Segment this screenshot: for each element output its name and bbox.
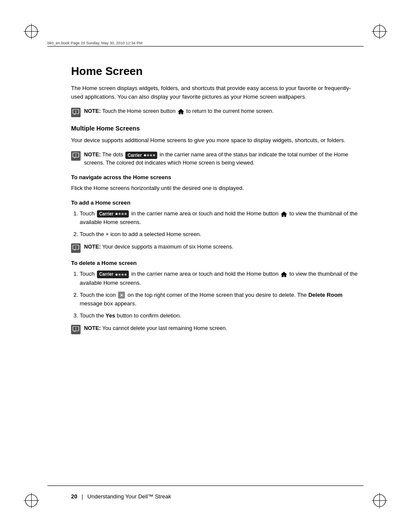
footer: 20 | Understanding Your Dell™ Streak (71, 493, 361, 500)
add-step-2: Touch the + icon to add a selected Home … (80, 230, 361, 239)
carrier-dots-note (144, 154, 155, 156)
home-icon-inline-1 (177, 108, 184, 115)
note-icon-1 (71, 108, 81, 117)
svg-point-18 (75, 154, 76, 155)
note-label-3: NOTE: (84, 244, 101, 250)
svg-point-22 (75, 246, 76, 247)
footer-page-number: 20 (71, 493, 77, 500)
svg-point-14 (75, 111, 76, 112)
note-label-4: NOTE: (84, 325, 101, 331)
footer-text: Understanding Your Dell™ Streak (87, 493, 171, 500)
sub-heading-delete: To delete a Home screen (71, 260, 361, 266)
delete-step-3-text: Touch the Yes button to confirm deletion… (80, 312, 181, 319)
x-icon-badge: ✕ (118, 292, 125, 299)
section-heading-1: Multiple Home Screens (71, 125, 361, 132)
delete-step-2: Touch the icon ✕ on the top right corner… (80, 291, 361, 308)
note-text-4: NOTE: You cannot delete your last remain… (84, 324, 227, 333)
header-meta: bk0_en.book Page 20 Sunday, May 30, 2010… (47, 41, 364, 45)
delete-step-1: Touch Carrier in the carrier name area o… (80, 270, 361, 287)
home-icon-del-1 (280, 271, 287, 278)
delete-step-2-text: Touch the icon ✕ on the top right corner… (80, 292, 342, 307)
footer-separator: | (81, 493, 83, 500)
delete-step-1-text: Touch Carrier in the carrier name area o… (80, 271, 358, 286)
page-title: Home Screen (71, 65, 361, 78)
page: bk0_en.book Page 20 Sunday, May 30, 2010… (0, 0, 411, 532)
section1-body: Your device supports additional Home scr… (71, 136, 361, 145)
carrier-dots-del-1 (115, 274, 127, 276)
delete-step-3: Touch the Yes button to confirm deletion… (80, 311, 361, 320)
add-steps-list: Touch Carrier in the carrier name area o… (80, 209, 361, 239)
corner-mark-bl (24, 493, 39, 508)
note-label-1: NOTE: (84, 108, 101, 114)
note-text-2: NOTE: The dots Carrier in the carrier na… (84, 151, 361, 167)
delete-steps-list: Touch Carrier in the carrier name area o… (80, 270, 361, 320)
rule-bottom (47, 485, 364, 486)
note-text-3: NOTE: Your device supports a maximum of … (84, 243, 234, 251)
svg-point-26 (75, 328, 76, 329)
add-step-1-text: Touch Carrier in the carrier name area o… (80, 210, 358, 225)
add-step-2-text: Touch the + icon to add a selected Home … (80, 231, 201, 237)
corner-mark-br (372, 493, 387, 508)
carrier-badge-add-1: Carrier (97, 210, 129, 218)
rule-top (47, 46, 364, 47)
note-label-2: NOTE: (84, 152, 101, 158)
note-icon-2 (71, 151, 81, 161)
note-icon-3 (71, 243, 81, 253)
note-box-2: NOTE: The dots Carrier in the carrier na… (71, 151, 361, 167)
note-box-3: NOTE: Your device supports a maximum of … (71, 243, 361, 253)
navigate-body: Flick the Home screens horizontally unti… (71, 184, 361, 193)
note-box-4: NOTE: You cannot delete your last remain… (71, 324, 361, 334)
main-content: Home Screen The Home screen displays wid… (71, 52, 361, 341)
note-text-1: NOTE: Touch the Home screen button to re… (84, 107, 274, 115)
home-icon-add-1 (280, 211, 287, 218)
carrier-dots-add-1 (115, 213, 127, 215)
intro-paragraph: The Home screen displays widgets, folder… (71, 84, 361, 101)
sub-heading-add: To add a Home screen (71, 199, 361, 206)
note-box-1: NOTE: Touch the Home screen button to re… (71, 107, 361, 117)
carrier-badge-note: Carrier (125, 152, 157, 159)
corner-mark-tr (372, 24, 387, 39)
carrier-badge-del-1: Carrier (97, 271, 129, 278)
header-meta-text: bk0_en.book Page 20 Sunday, May 30, 2010… (47, 41, 143, 45)
add-step-1: Touch Carrier in the carrier name area o… (80, 209, 361, 227)
corner-mark-tl (24, 24, 39, 39)
sub-heading-navigate: To navigate across the Home screens (71, 174, 361, 180)
note-icon-4 (71, 325, 81, 334)
